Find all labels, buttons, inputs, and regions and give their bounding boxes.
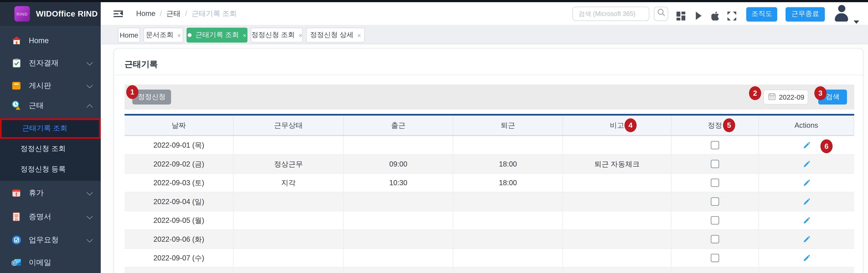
edit-pencil-icon[interactable]	[803, 160, 810, 168]
sidebar-item-휴가[interactable]: 휴가	[0, 182, 101, 204]
fullscreen-icon[interactable]	[727, 11, 736, 20]
sidebar-item-게시판[interactable]: 게시판	[0, 74, 101, 97]
apple-icon[interactable]	[711, 11, 720, 20]
org-chart-button[interactable]: 조직도	[746, 7, 777, 21]
grid-apps-icon[interactable]	[677, 11, 685, 20]
cell-check-out	[454, 211, 563, 230]
play-store-icon[interactable]	[694, 11, 703, 20]
cell-check-out: 18:00	[454, 155, 563, 173]
tab-0[interactable]: Home	[118, 28, 140, 42]
sidebar-item-label: 휴가	[29, 188, 44, 198]
tab-active[interactable]: 근태기록 조회×	[187, 28, 247, 42]
edit-pencil-icon[interactable]	[803, 235, 810, 243]
user-avatar[interactable]	[834, 5, 849, 24]
edit-pencil-icon[interactable]	[803, 198, 810, 205]
tab-1[interactable]: 문서조회×	[144, 28, 183, 42]
tab-label: 정정신청 조회	[251, 31, 295, 40]
annotation-badge-4: 4	[624, 118, 637, 132]
tab-close-icon[interactable]: ×	[299, 32, 302, 39]
sidebar-item-전자결재[interactable]: 전자결재	[0, 52, 101, 74]
cell-correction	[672, 230, 759, 248]
active-tab-dot-icon	[188, 33, 191, 37]
open-tabs-bar: Home문서조회×근태기록 조회×정정신청 조회×정정신청 상세×	[101, 25, 868, 44]
approval-icon	[12, 58, 21, 68]
cell-status	[234, 211, 344, 230]
tab-4[interactable]: 정정신청 상세×	[306, 28, 365, 42]
cell-check-in	[344, 268, 454, 273]
sidebar-item-home[interactable]: Home	[0, 30, 101, 52]
cell-actions	[759, 193, 854, 211]
tab-3[interactable]: 정정신청 조회×	[251, 28, 303, 42]
breadcrumb-separator: /	[160, 9, 162, 18]
cell-correction	[672, 268, 759, 273]
sidebar-item-이메일[interactable]: 이메일	[0, 251, 101, 273]
user-menu-caret-icon[interactable]	[854, 20, 859, 24]
cell-status	[234, 230, 344, 248]
cell-date: 2022-09-05 (월)	[125, 211, 234, 230]
sidebar-subitem-정정신청-조회[interactable]: 정정신청 조회	[0, 139, 101, 159]
sidebar-item-label: 증명서	[29, 212, 51, 221]
annotation-badge-5: 5	[723, 118, 735, 132]
vacation-icon	[12, 188, 21, 197]
content-card: 근태기록 정정신청 2022-09 검색 날짜근무상태출근퇴근비고정정Actio…	[114, 48, 864, 273]
correction-checkbox[interactable]	[711, 160, 719, 168]
window-top-edge	[0, 0, 868, 2]
cell-note	[563, 136, 672, 154]
sidebar-subitem-근태기록-조회[interactable]: 근태기록 조회	[0, 118, 101, 139]
search-button[interactable]	[654, 6, 668, 21]
tab-close-icon[interactable]: ×	[177, 32, 181, 39]
breadcrumb-item[interactable]: Home	[136, 9, 155, 18]
correction-checkbox[interactable]	[711, 216, 719, 225]
table-row: 2022-09-01 (목)	[125, 136, 854, 155]
certificate-icon	[12, 212, 21, 221]
edit-pencil-icon[interactable]	[803, 141, 810, 149]
sidebar-item-업무요청[interactable]: 업무요청	[0, 229, 101, 251]
chevron-down-icon	[87, 189, 93, 195]
global-search-input[interactable]	[573, 7, 660, 20]
edit-pencil-icon[interactable]	[803, 179, 810, 186]
chevron-down-icon	[87, 59, 93, 65]
sidebar-item-증명서[interactable]: 증명서	[0, 205, 101, 228]
page-title: 근태기록	[125, 59, 158, 70]
tab-close-icon[interactable]: ×	[358, 32, 361, 39]
cell-correction	[672, 174, 759, 192]
topbar: Home/근태/근태기록 조회 조직도 근무종료	[101, 2, 868, 25]
cell-date: 2022-09-02 (금)	[125, 155, 234, 173]
sidebar-collapse-icon[interactable]	[114, 10, 123, 18]
cell-actions	[759, 230, 854, 248]
breadcrumb-item[interactable]: 근태	[166, 9, 181, 19]
calendar-icon	[768, 92, 776, 102]
table-row: 2022-09-03 (토)지각10:3018:00	[125, 174, 854, 193]
sidebar-subitem-label: 정정신청 조회	[21, 144, 66, 154]
cell-actions	[759, 155, 854, 173]
table-row: 2022-09-04 (일)	[125, 193, 854, 211]
cell-check-out	[454, 249, 563, 267]
correction-checkbox[interactable]	[711, 197, 719, 206]
edit-pencil-icon[interactable]	[803, 254, 810, 262]
correction-checkbox[interactable]	[711, 141, 719, 149]
table-toolbar: 정정신청 2022-09 검색	[125, 84, 854, 109]
tab-close-icon[interactable]: ×	[243, 32, 246, 39]
sidebar-item-label: 게시판	[29, 80, 51, 91]
cell-check-in	[344, 249, 454, 267]
edit-pencil-icon[interactable]	[803, 216, 810, 224]
cell-check-in: 10:30	[344, 174, 454, 192]
app-logo[interactable]: RIND WIDOffice RIND	[0, 2, 101, 26]
cell-status: 정상근무	[234, 155, 344, 173]
correction-checkbox[interactable]	[711, 235, 719, 243]
sidebar-subitem-정정신청-등록[interactable]: 정정신청 등록	[0, 159, 101, 179]
cell-check-in	[344, 230, 454, 248]
correction-checkbox[interactable]	[711, 254, 719, 262]
end-work-button[interactable]: 근무종료	[786, 7, 825, 21]
annotation-badge-6: 6	[820, 139, 833, 153]
tab-label: 근태기록 조회	[195, 31, 239, 40]
sidebar-item-label: 전자결재	[29, 58, 59, 68]
month-picker-field[interactable]: 2022-09	[763, 90, 808, 104]
correction-checkbox[interactable]	[711, 178, 719, 187]
table-row: 2022-09-02 (금)정상근무09:0018:00퇴근 자동체크	[125, 155, 854, 174]
email-icon	[12, 258, 21, 267]
column-header-1: 근무상태	[234, 115, 344, 135]
cell-status	[234, 268, 344, 273]
cell-correction	[672, 193, 759, 211]
sidebar-item-근태[interactable]: 근태	[0, 94, 101, 116]
